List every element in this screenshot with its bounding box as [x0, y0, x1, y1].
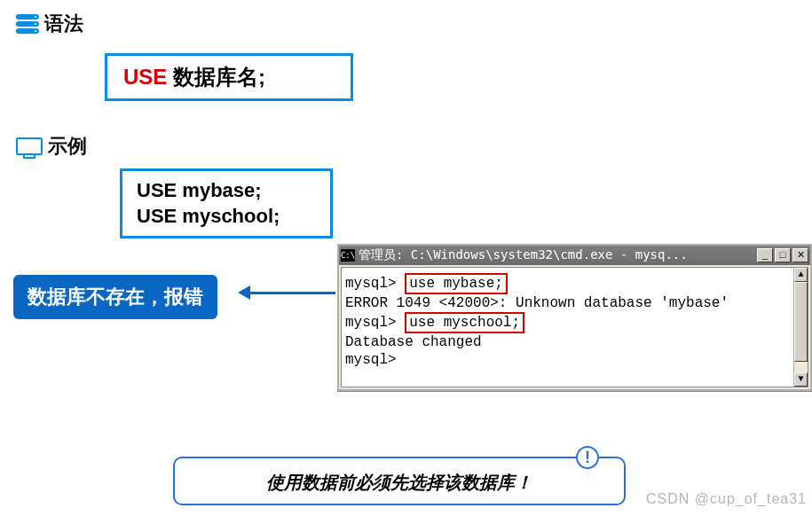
- keyword-use: USE: [123, 65, 167, 89]
- cmd-title-text: 管理员: C:\Windows\system32\cmd.exe - mysq.…: [359, 247, 757, 263]
- cmd-scrollbar[interactable]: ▲ ▼: [793, 268, 808, 387]
- syntax-box: USE 数据库名;: [105, 53, 353, 101]
- cmd-window: C:\ 管理员: C:\Windows\system32\cmd.exe - m…: [337, 244, 812, 391]
- bottom-note-text: 使用数据前必须先选择该数据库！: [266, 473, 532, 492]
- cmd-line-3: mysql> use myschool;: [345, 312, 804, 333]
- cmd-window-controls: _ □ ✕: [757, 248, 808, 262]
- maximize-button[interactable]: □: [775, 248, 791, 262]
- cmd-title-icon: C:\: [341, 249, 355, 262]
- cmd-prompt: mysql>: [345, 276, 397, 292]
- example-label: 示例: [48, 133, 87, 160]
- cmd-line-1: mysql> use mybase;: [345, 273, 804, 294]
- example-section-header: 示例: [16, 133, 87, 160]
- syntax-section-header: 语法: [16, 11, 83, 37]
- scroll-thumb[interactable]: [794, 282, 808, 362]
- bottom-note: ! 使用数据前必须先选择该数据库！: [173, 457, 626, 505]
- error-callout-text: 数据库不存在，报错: [28, 285, 203, 308]
- syntax-rest: 数据库名;: [167, 65, 265, 89]
- watermark: CSDN @cup_of_tea31: [646, 491, 807, 507]
- scroll-up-icon[interactable]: ▲: [794, 268, 808, 282]
- example-box: USE mybase; USE myschool;: [120, 168, 333, 238]
- cmd-prompt: mysql>: [345, 315, 397, 331]
- arrow-icon: [238, 284, 335, 301]
- syntax-label: 语法: [44, 11, 83, 37]
- cmd-titlebar: C:\ 管理员: C:\Windows\system32\cmd.exe - m…: [339, 246, 810, 265]
- cmd-line-4: Database changed: [345, 333, 804, 351]
- cmd-line-2: ERROR 1049 <42000>: Unknown database 'my…: [345, 294, 804, 312]
- error-callout: 数据库不存在，报错: [13, 275, 217, 319]
- minimize-button[interactable]: _: [757, 248, 773, 262]
- scroll-down-icon[interactable]: ▼: [794, 372, 808, 387]
- highlight-use-myschool: use myschool;: [405, 312, 524, 333]
- example-line-1: USE mybase;: [137, 178, 316, 204]
- highlight-use-mybase: use mybase;: [405, 273, 508, 294]
- server-icon: [16, 14, 39, 34]
- close-button[interactable]: ✕: [792, 248, 808, 262]
- cmd-line-5: mysql>: [345, 351, 804, 369]
- cmd-body: mysql> use mybase; ERROR 1049 <42000>: U…: [341, 267, 808, 387]
- example-line-2: USE myschool;: [137, 204, 316, 230]
- info-badge-icon: !: [576, 446, 599, 469]
- monitor-icon: [16, 137, 43, 155]
